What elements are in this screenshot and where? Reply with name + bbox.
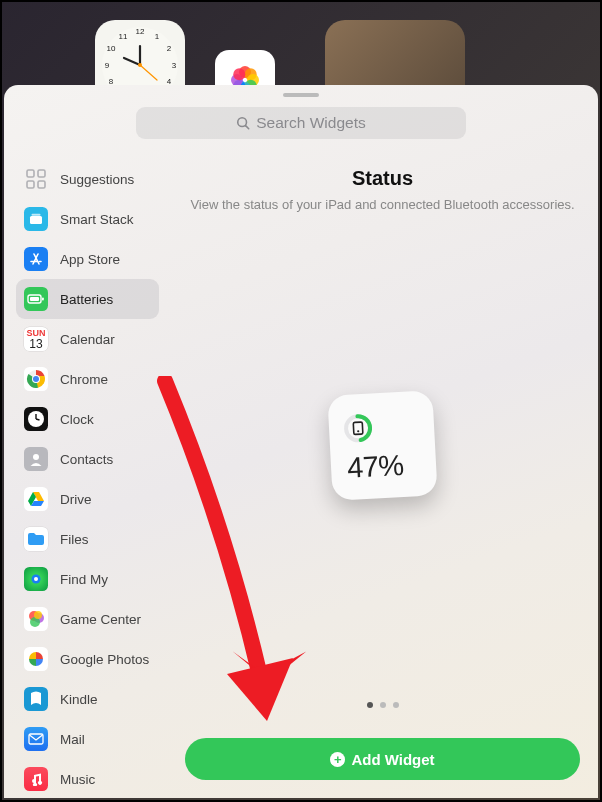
page-dot[interactable]	[367, 702, 373, 708]
files-icon	[24, 527, 48, 551]
sidebar-item-find-my[interactable]: Find My	[16, 559, 159, 599]
svg-line-26	[246, 126, 249, 129]
calendar-icon: SUN 13	[24, 327, 48, 351]
svg-rect-34	[42, 298, 44, 301]
contacts-icon	[24, 447, 48, 471]
sidebar-item-label: Suggestions	[60, 172, 134, 187]
widget-gallery-sheet: Search Widgets Suggestions Smart Stack	[4, 85, 598, 798]
widget-detail-panel: Status View the status of your iPad and …	[167, 159, 598, 798]
svg-point-53	[357, 430, 359, 432]
sidebar-item-label: Clock	[60, 412, 94, 427]
music-icon	[24, 767, 48, 791]
sidebar-item-label: Drive	[60, 492, 92, 507]
svg-point-24	[233, 68, 245, 80]
svg-text:3: 3	[172, 61, 177, 70]
sidebar-item-label: Batteries	[60, 292, 113, 307]
sidebar-item-label: Calendar	[60, 332, 115, 347]
sidebar-item-mail[interactable]: Mail	[16, 719, 159, 759]
add-widget-label: Add Widget	[351, 751, 434, 768]
svg-text:9: 9	[105, 61, 110, 70]
widget-subtitle: View the status of your iPad and connect…	[190, 196, 574, 214]
search-input[interactable]: Search Widgets	[136, 107, 466, 139]
svg-rect-30	[38, 181, 45, 188]
mail-icon	[24, 727, 48, 751]
svg-text:10: 10	[107, 44, 116, 53]
svg-rect-52	[353, 422, 363, 434]
battery-ring-icon	[342, 413, 374, 445]
widget-source-sidebar[interactable]: Suggestions Smart Stack App Store Batter…	[4, 159, 167, 798]
svg-line-41	[36, 419, 40, 420]
add-widget-button[interactable]: + Add Widget	[185, 738, 580, 780]
drive-icon	[24, 487, 48, 511]
svg-rect-35	[30, 297, 39, 301]
sidebar-item-music[interactable]: Music	[16, 759, 159, 798]
clock-icon	[24, 407, 48, 431]
sidebar-item-app-store[interactable]: App Store	[16, 239, 159, 279]
smart-stack-icon	[24, 207, 48, 231]
widget-title: Status	[352, 167, 413, 190]
battery-widget-preview: 47%	[327, 391, 437, 501]
svg-rect-32	[32, 214, 41, 216]
page-indicator[interactable]	[367, 702, 399, 708]
kindle-icon	[24, 687, 48, 711]
sidebar-item-label: Google Photos	[60, 652, 149, 667]
svg-point-38	[33, 376, 39, 382]
sidebar-item-label: Kindle	[60, 692, 98, 707]
sidebar-item-kindle[interactable]: Kindle	[16, 679, 159, 719]
chrome-icon	[24, 367, 48, 391]
sidebar-item-google-photos[interactable]: Google Photos	[16, 639, 159, 679]
page-dot[interactable]	[380, 702, 386, 708]
suggestions-icon	[24, 167, 48, 191]
svg-point-16	[138, 63, 142, 67]
svg-rect-27	[27, 170, 34, 177]
svg-rect-29	[27, 181, 34, 188]
sidebar-item-batteries[interactable]: Batteries	[16, 279, 159, 319]
svg-text:1: 1	[155, 32, 160, 41]
battery-percent-label: 47%	[346, 449, 404, 485]
search-icon	[236, 116, 250, 130]
sidebar-item-label: Smart Stack	[60, 212, 134, 227]
game-center-icon	[24, 607, 48, 631]
sidebar-item-contacts[interactable]: Contacts	[16, 439, 159, 479]
svg-rect-31	[30, 216, 42, 224]
sidebar-item-label: Find My	[60, 572, 108, 587]
svg-text:11: 11	[119, 32, 128, 41]
sidebar-item-game-center[interactable]: Game Center	[16, 599, 159, 639]
sidebar-item-clock[interactable]: Clock	[16, 399, 159, 439]
sidebar-item-label: Game Center	[60, 612, 141, 627]
sidebar-item-chrome[interactable]: Chrome	[16, 359, 159, 399]
svg-text:2: 2	[167, 44, 172, 53]
sidebar-item-label: Files	[60, 532, 89, 547]
sidebar-item-suggestions[interactable]: Suggestions	[16, 159, 159, 199]
sidebar-item-drive[interactable]: Drive	[16, 479, 159, 519]
sidebar-item-calendar[interactable]: SUN 13 Calendar	[16, 319, 159, 359]
search-placeholder: Search Widgets	[256, 114, 365, 132]
sidebar-item-label: App Store	[60, 252, 120, 267]
svg-point-42	[33, 454, 39, 460]
svg-point-44	[34, 577, 38, 581]
sheet-grabber[interactable]	[283, 93, 319, 97]
svg-text:12: 12	[136, 27, 145, 36]
google-photos-icon	[24, 647, 48, 671]
find-my-icon	[24, 567, 48, 591]
svg-point-48	[34, 611, 42, 619]
sidebar-item-files[interactable]: Files	[16, 519, 159, 559]
plus-icon: +	[330, 752, 345, 767]
sidebar-item-label: Chrome	[60, 372, 108, 387]
sidebar-item-label: Mail	[60, 732, 85, 747]
page-dot[interactable]	[393, 702, 399, 708]
svg-rect-28	[38, 170, 45, 177]
app-store-icon	[24, 247, 48, 271]
sidebar-item-smart-stack[interactable]: Smart Stack	[16, 199, 159, 239]
widget-preview-carousel[interactable]: 47%	[185, 214, 580, 698]
batteries-icon	[24, 287, 48, 311]
sidebar-item-label: Contacts	[60, 452, 113, 467]
sidebar-item-label: Music	[60, 772, 95, 787]
